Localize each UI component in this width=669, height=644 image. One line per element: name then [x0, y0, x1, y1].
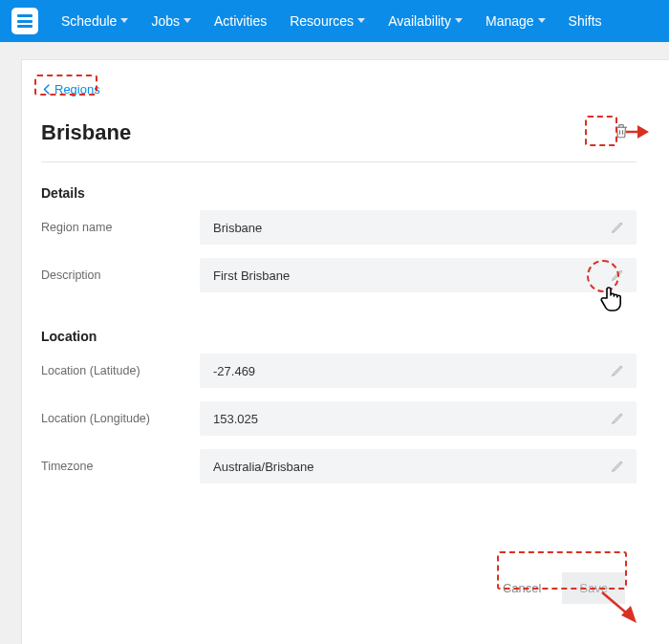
pencil-icon[interactable]	[608, 457, 627, 476]
field-value: Australia/Brisbane	[213, 460, 314, 474]
nav-label: Availability	[388, 13, 451, 29]
nav-label: Activities	[214, 13, 267, 29]
field-description: Description First Brisbane	[41, 258, 637, 292]
nav-activities[interactable]: Activities	[205, 0, 276, 42]
delete-button[interactable]	[606, 118, 637, 148]
field-value: Brisbane	[213, 221, 262, 235]
field-region-name: Region name Brisbane	[41, 210, 637, 245]
pencil-icon[interactable]	[608, 361, 627, 380]
caret-down-icon	[120, 18, 128, 24]
field-input-longitude[interactable]: 153.025	[200, 401, 637, 436]
field-input-latitude[interactable]: -27.469	[200, 354, 637, 388]
divider	[41, 161, 637, 162]
field-label: Location (Latitude)	[41, 364, 200, 377]
pencil-icon[interactable]	[608, 218, 627, 237]
top-nav: Schedule Jobs Activities Resources Avail…	[0, 0, 669, 42]
save-button[interactable]: Save	[562, 572, 625, 604]
nav-manage[interactable]: Manage	[476, 0, 555, 42]
nav-availability[interactable]: Availability	[378, 0, 472, 42]
field-value: 153.025	[213, 412, 258, 426]
footer-actions: Cancel Save	[486, 572, 625, 604]
nav-label: Resources	[290, 13, 354, 29]
field-input-region-name[interactable]: Brisbane	[200, 210, 637, 245]
page-title: Brisbane	[41, 120, 131, 145]
breadcrumb-label: Regions	[54, 82, 100, 97]
field-label: Timezone	[41, 460, 200, 473]
nav-label: Jobs	[151, 13, 180, 29]
field-value: -27.469	[213, 364, 255, 378]
chevron-left-icon	[43, 84, 50, 95]
field-label: Description	[41, 268, 200, 282]
field-input-timezone[interactable]: Australia/Brisbane	[200, 449, 637, 483]
caret-down-icon	[357, 18, 365, 24]
nav-jobs[interactable]: Jobs	[141, 0, 201, 42]
field-value: First Brisbane	[213, 268, 290, 283]
pencil-icon[interactable]	[608, 409, 627, 428]
main-panel: Regions Brisbane Details Region name Bri…	[21, 59, 669, 644]
app-logo[interactable]	[11, 8, 38, 34]
caret-down-icon	[538, 18, 546, 24]
field-label: Region name	[41, 221, 200, 234]
section-heading-details: Details	[41, 185, 637, 201]
nav-schedule[interactable]: Schedule	[52, 0, 138, 42]
pencil-icon[interactable]	[608, 266, 627, 285]
section-heading-location: Location	[41, 329, 637, 344]
nav-label: Shifts	[569, 13, 602, 29]
nav-label: Manage	[486, 13, 534, 29]
field-timezone: Timezone Australia/Brisbane	[41, 449, 637, 483]
field-label: Location (Longitude)	[41, 412, 200, 425]
trash-icon	[613, 122, 630, 143]
field-longitude: Location (Longitude) 153.025	[41, 401, 637, 436]
caret-down-icon	[183, 18, 191, 24]
breadcrumb-regions[interactable]: Regions	[41, 80, 102, 98]
cancel-button[interactable]: Cancel	[486, 572, 558, 604]
field-input-description[interactable]: First Brisbane	[200, 258, 637, 292]
nav-shifts[interactable]: Shifts	[559, 0, 612, 42]
nav-label: Schedule	[61, 13, 117, 29]
caret-down-icon	[455, 18, 463, 24]
field-latitude: Location (Latitude) -27.469	[41, 354, 637, 388]
nav-resources[interactable]: Resources	[280, 0, 375, 42]
